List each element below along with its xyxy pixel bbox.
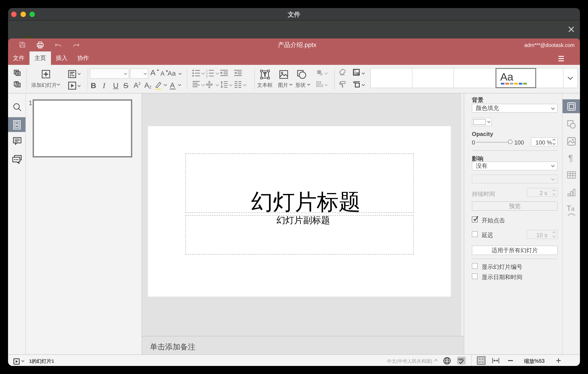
svg-text:3: 3 xyxy=(206,75,208,77)
